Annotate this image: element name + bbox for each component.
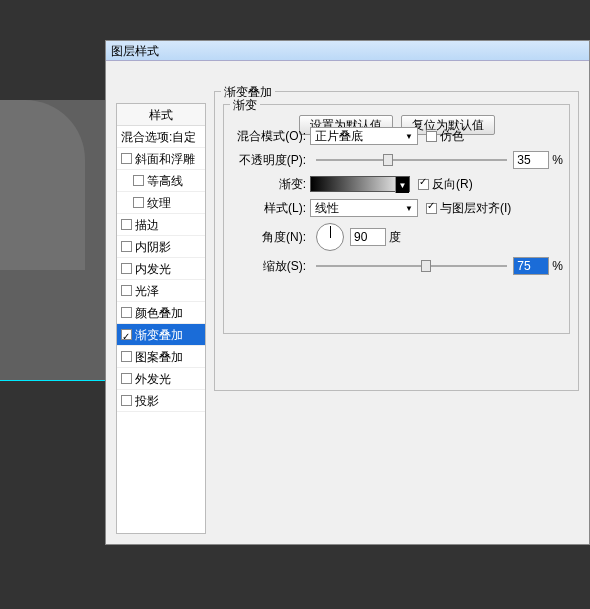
style-item[interactable]: 等高线 <box>117 170 205 192</box>
style-item-label: 渐变叠加 <box>135 324 183 346</box>
style-item-label: 描边 <box>135 214 159 236</box>
opacity-label: 不透明度(P): <box>230 152 310 169</box>
scale-unit: % <box>552 259 563 273</box>
chevron-down-icon: ▼ <box>399 181 407 190</box>
style-label: 样式(L): <box>230 200 310 217</box>
inner-title: 渐变 <box>230 97 260 114</box>
canvas-shape <box>0 100 85 270</box>
style-item-label: 内发光 <box>135 258 171 280</box>
style-item-label: 等高线 <box>147 170 183 192</box>
blend-mode-dropdown[interactable]: 正片叠底 ▼ <box>310 127 418 145</box>
checkbox-icon <box>121 395 132 406</box>
angle-label: 角度(N): <box>230 229 310 246</box>
blend-options-item[interactable]: 混合选项:自定 <box>117 126 205 148</box>
style-item[interactable]: 内阴影 <box>117 236 205 258</box>
style-item[interactable]: 渐变叠加 <box>117 324 205 346</box>
angle-unit: 度 <box>389 229 401 246</box>
checkbox-icon <box>121 219 132 230</box>
style-item-label: 纹理 <box>147 192 171 214</box>
checkbox-icon <box>121 373 132 384</box>
checkbox-icon <box>121 351 132 362</box>
slider-track <box>316 159 507 161</box>
style-value: 线性 <box>315 200 339 217</box>
blend-mode-value: 正片叠底 <box>315 128 363 145</box>
chevron-down-icon: ▼ <box>405 132 413 141</box>
style-item-label: 外发光 <box>135 368 171 390</box>
checkbox-icon <box>121 153 132 164</box>
dither-checkbox[interactable]: 仿色 <box>426 128 464 145</box>
style-dropdown[interactable]: 线性 ▼ <box>310 199 418 217</box>
gradient-overlay-group: 渐变叠加 渐变 混合模式(O): 正片叠底 ▼ 仿色 不透明度(P): <box>214 91 579 391</box>
slider-track <box>316 265 507 267</box>
chevron-down-icon: ▼ <box>405 204 413 213</box>
style-item[interactable]: 纹理 <box>117 192 205 214</box>
style-item[interactable]: 斜面和浮雕 <box>117 148 205 170</box>
style-item[interactable]: 外发光 <box>117 368 205 390</box>
reverse-checkbox[interactable]: 反向(R) <box>418 176 473 193</box>
style-item-label: 内阴影 <box>135 236 171 258</box>
gradient-inner-group: 渐变 混合模式(O): 正片叠底 ▼ 仿色 不透明度(P): <box>223 104 570 334</box>
blend-mode-label: 混合模式(O): <box>230 128 310 145</box>
opacity-slider[interactable] <box>316 153 507 167</box>
angle-dial[interactable] <box>316 223 344 251</box>
gradient-swatch[interactable]: ▼ <box>310 176 410 192</box>
styles-list-panel: 样式 混合选项:自定 斜面和浮雕等高线纹理描边内阴影内发光光泽颜色叠加渐变叠加图… <box>116 103 206 534</box>
style-item[interactable]: 图案叠加 <box>117 346 205 368</box>
checkbox-icon <box>121 307 132 318</box>
align-label: 与图层对齐(I) <box>440 200 511 217</box>
checkbox-icon <box>133 197 144 208</box>
style-item[interactable]: 描边 <box>117 214 205 236</box>
checkbox-icon <box>426 131 437 142</box>
checkbox-icon <box>121 285 132 296</box>
checkbox-icon <box>121 263 132 274</box>
style-item-label: 斜面和浮雕 <box>135 148 195 170</box>
dialog-titlebar[interactable]: 图层样式 <box>106 41 589 61</box>
checkbox-icon <box>133 175 144 186</box>
slider-thumb[interactable] <box>421 260 431 272</box>
style-item[interactable]: 颜色叠加 <box>117 302 205 324</box>
scale-input[interactable]: 75 <box>513 257 549 275</box>
gradient-dropdown-arrow[interactable]: ▼ <box>395 177 409 193</box>
styles-header[interactable]: 样式 <box>117 104 205 126</box>
checkbox-icon <box>426 203 437 214</box>
style-item-label: 光泽 <box>135 280 159 302</box>
opacity-input[interactable]: 35 <box>513 151 549 169</box>
style-item[interactable]: 光泽 <box>117 280 205 302</box>
style-item-label: 图案叠加 <box>135 346 183 368</box>
style-item[interactable]: 内发光 <box>117 258 205 280</box>
style-item[interactable]: 投影 <box>117 390 205 412</box>
slider-thumb[interactable] <box>383 154 393 166</box>
scale-slider[interactable] <box>316 259 507 273</box>
scale-label: 缩放(S): <box>230 258 310 275</box>
dither-label: 仿色 <box>440 128 464 145</box>
style-item-label: 投影 <box>135 390 159 412</box>
style-item-label: 颜色叠加 <box>135 302 183 324</box>
checkbox-icon <box>121 329 132 340</box>
opacity-unit: % <box>552 153 563 167</box>
layer-style-dialog: 图层样式 样式 混合选项:自定 斜面和浮雕等高线纹理描边内阴影内发光光泽颜色叠加… <box>105 40 590 545</box>
reverse-label: 反向(R) <box>432 176 473 193</box>
gradient-label: 渐变: <box>230 176 310 193</box>
checkbox-icon <box>121 241 132 252</box>
angle-input[interactable]: 90 <box>350 228 386 246</box>
checkbox-icon <box>418 179 429 190</box>
align-checkbox[interactable]: 与图层对齐(I) <box>426 200 511 217</box>
